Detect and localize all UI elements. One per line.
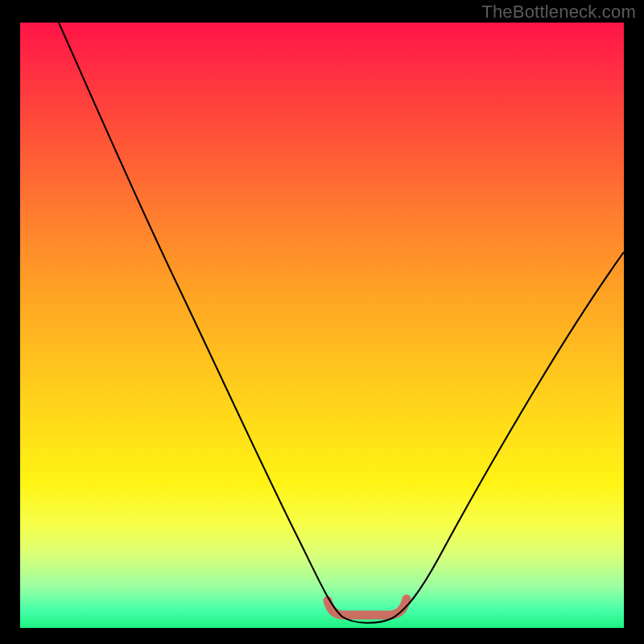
plot-area <box>20 23 624 628</box>
watermark-text: TheBottleneck.com <box>481 2 636 23</box>
chart-frame: TheBottleneck.com <box>0 0 644 644</box>
optimal-range-marker <box>328 599 407 615</box>
bottleneck-curve <box>59 23 624 623</box>
curve-svg <box>20 23 624 628</box>
